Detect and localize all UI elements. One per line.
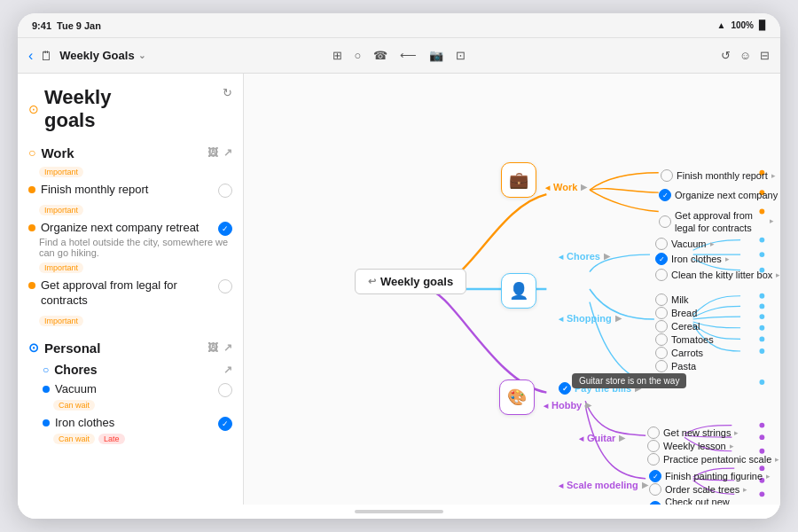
shopping-node-6: Pasta [655, 360, 696, 372]
chores-arrow-icon[interactable]: ↗ [223, 364, 232, 376]
task2-tag: Important [39, 262, 83, 273]
arrow-icon[interactable]: ⟵ [400, 49, 417, 62]
date: Tue 9 Jan [57, 20, 101, 31]
undo-icon[interactable]: ↺ [721, 49, 731, 62]
toolbar-center: ⊞ ○ ☎ ⟵ 📷 ⊡ [217, 49, 581, 62]
svg-point-10 [759, 336, 764, 341]
guitar-tooltip: Guitar store is on the way [572, 373, 686, 388]
node-circle-figurine: ✓ [649, 470, 661, 482]
task-circle-2[interactable]: ✓ [218, 222, 232, 236]
shopping-node-4: Tomatoes [655, 333, 714, 346]
work-arrow-icon[interactable]: ↗ [223, 146, 232, 159]
subsection-chores: ○ Chores ↗ Vacuum Can wait [18, 357, 243, 446]
back-button[interactable]: ‹ [28, 48, 33, 64]
chores-task-1: Vacuum [671, 239, 707, 249]
wifi-icon: ▲ [717, 20, 726, 30]
work-label: Work [41, 145, 74, 160]
work-task-2: Organize next company retreat [675, 190, 780, 200]
section-header-personal: ⊙ Personal 🖼 ↗ [18, 335, 243, 357]
personal-arrow-icon[interactable]: ↗ [223, 341, 232, 354]
battery-icon: ▉ [759, 20, 766, 30]
personal-label: Personal [44, 340, 100, 356]
chores-task-3: Clean the kitty litter box [671, 270, 772, 280]
work-node-2: ✓ Organize next company retreat ▸ [659, 189, 780, 201]
layout-icon[interactable]: ⊡ [456, 49, 466, 62]
task3-tag: Important [39, 316, 83, 326]
sidebar-check-icon: ⊙ [28, 102, 39, 116]
tooltip-text: Guitar store is on the way [579, 376, 679, 386]
shopping-item-6: Pasta [671, 361, 696, 372]
node-circle-milk [655, 293, 668, 306]
task-text-1: Finish monthly report [41, 182, 213, 198]
guitar-task-1: Get new strings [663, 427, 731, 438]
center-arrow: ↩ [368, 276, 376, 287]
scale-task-3: Check out new weathering techniques [665, 497, 765, 505]
task-organize-retreat[interactable]: Organize next company retreat ✓ [18, 217, 243, 239]
task-iron[interactable]: Iron clothes ✓ [32, 412, 243, 434]
svg-point-14 [759, 434, 764, 440]
task-dot-1 [28, 186, 35, 193]
vacuum-tag: Can wait [53, 400, 95, 411]
node-circle-kitty [655, 269, 668, 281]
grid-icon[interactable]: ⊞ [332, 49, 342, 62]
scale-task-1: Finish painting figurine [665, 471, 763, 481]
task-circle-1[interactable] [218, 184, 232, 198]
sidebar-title-row: ⊙ Weeklygoals [28, 86, 111, 133]
task-dot-3 [28, 282, 35, 289]
scale-node-1: ✓ Finish painting figurine ▸ [649, 470, 771, 482]
camera-icon[interactable]: 📷 [429, 49, 443, 62]
guitar-node-2: Weekly lesson ▸ [647, 440, 734, 452]
shopping-item-3: Cereal [671, 321, 700, 332]
svg-point-8 [759, 314, 764, 319]
status-bar: 9:41 Tue 9 Jan ▲ 100% ▉ [18, 13, 780, 38]
mindmap-center-label: ↩ Weekly goals [355, 269, 466, 294]
node-circle-pentatonic [647, 453, 660, 466]
status-right: ▲ 100% ▉ [717, 20, 766, 30]
emoji-icon[interactable]: ☺ [739, 49, 751, 62]
panel-icon[interactable]: ⊟ [760, 49, 770, 62]
node-circle-strings [647, 426, 660, 439]
shopping-node-5: Carrots [655, 347, 703, 359]
work-task-1: Finish monthly report [677, 170, 768, 181]
task-circle-3[interactable] [218, 279, 232, 293]
task-approval[interactable]: Get approval from legal for contracts [18, 275, 243, 311]
iron-tag-late: Late [98, 434, 125, 444]
status-left: 9:41 Tue 9 Jan [32, 20, 101, 31]
chores-node-1: Vacuum ▸ [655, 238, 715, 250]
node-circle-carrots [655, 347, 668, 359]
doc-icon: 🗒 [40, 49, 52, 63]
mindmap-hobby-node: ◂ Hobby ▶ [544, 400, 591, 411]
mindmap-shopping-node: ◂ Shopping ▶ [559, 313, 622, 324]
sidebar-title: Weeklygoals [44, 86, 111, 133]
toolbar-left: ‹ 🗒 Weekly Goals ⌄ [28, 48, 210, 64]
refresh-icon[interactable]: ↻ [223, 86, 232, 99]
task-finish-monthly[interactable]: Finish monthly report [18, 179, 243, 200]
phone-icon[interactable]: ☎ [373, 49, 387, 62]
task-text-vacuum: Vacuum [55, 381, 213, 397]
task-vacuum[interactable]: Vacuum [32, 379, 243, 400]
category-hobby: 🎨 [499, 379, 535, 415]
toolbar-title-chevron[interactable]: ⌄ [138, 51, 145, 60]
battery-label: 100% [731, 20, 754, 30]
home-indicator [18, 505, 780, 519]
work-node-label: Work [553, 182, 577, 192]
chores-node-2: ✓ Iron clothes ▸ [655, 253, 730, 265]
task-text-3: Get approval from legal for contracts [41, 278, 213, 309]
circle-icon[interactable]: ○ [355, 49, 362, 62]
svg-point-13 [759, 423, 764, 428]
shopping-item-4: Tomatoes [671, 334, 714, 345]
time: 9:41 [32, 20, 51, 31]
mindmap-chores-node: ◂ Chores ▶ [559, 251, 610, 262]
work-img-icon[interactable]: 🖼 [207, 146, 218, 159]
personal-img-icon[interactable]: 🖼 [207, 341, 218, 354]
task-circle-vacuum[interactable] [218, 383, 232, 397]
sidebar: ⊙ Weeklygoals ↻ ○ Work 🖼 ↗ Important F [18, 74, 244, 505]
svg-point-7 [759, 304, 764, 309]
task-circle-iron[interactable]: ✓ [218, 417, 232, 431]
toolbar-right: ↺ ☺ ⊟ [588, 49, 770, 62]
node-circle-iron: ✓ [655, 253, 668, 265]
svg-point-3 [759, 238, 764, 243]
task-text-2: Organize next company retreat [41, 220, 213, 236]
iron-tag-canwait: Can wait [53, 434, 95, 444]
node-circle-trees [649, 483, 661, 496]
